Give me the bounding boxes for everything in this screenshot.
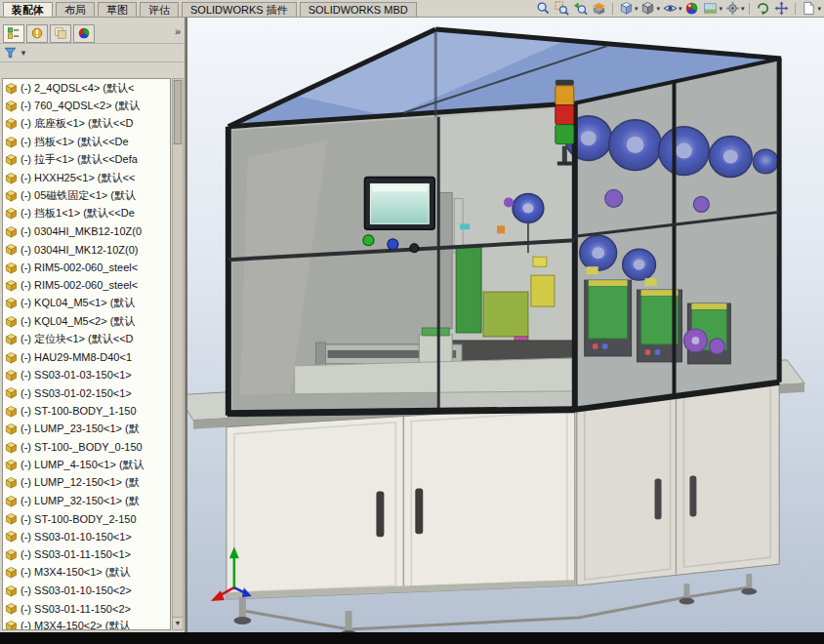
command-tab-5[interactable]: SOLIDWORKS 插件 bbox=[182, 2, 297, 17]
hide-show-items-icon[interactable] bbox=[662, 1, 679, 16]
filter-funnel-icon[interactable] bbox=[4, 47, 17, 59]
part-icon bbox=[5, 351, 18, 364]
tree-item[interactable]: (-) HXXH25<1> (默认<< bbox=[3, 169, 170, 186]
tree-item-label: (-) 底座板<1> (默认<<D bbox=[21, 116, 134, 131]
pan-icon[interactable] bbox=[773, 1, 790, 16]
tree-item-label: (-) LUMP_12-150<1> (默 bbox=[21, 475, 140, 490]
tree-item[interactable]: (-) RIM5-002-060_steel< bbox=[3, 276, 170, 294]
edit-appearance-icon[interactable] bbox=[683, 1, 700, 16]
tree-item[interactable]: (-) SS03-01-10-150<2> bbox=[3, 582, 170, 599]
part-icon bbox=[5, 369, 18, 382]
tree-item[interactable]: (-) LUMP_12-150<1> (默 bbox=[3, 474, 170, 492]
tree-item[interactable]: (-) 2_4QDSL<4> (默认< bbox=[3, 79, 170, 97]
dropdown-caret-icon[interactable]: ▾ bbox=[719, 1, 722, 16]
graphics-area[interactable] bbox=[186, 18, 824, 632]
tree-item[interactable]: (-) KQL04_M5<2> (默认 bbox=[3, 312, 170, 330]
part-icon bbox=[5, 530, 18, 543]
tree-item[interactable]: (-) KQL04_M5<1> (默认 bbox=[3, 295, 170, 312]
panel-overflow-chevron[interactable]: » bbox=[175, 25, 181, 37]
part-icon bbox=[5, 386, 18, 399]
tree-item[interactable]: (-) M3X4-150<2> (默认 bbox=[3, 618, 170, 630]
part-icon bbox=[5, 315, 18, 328]
display-style-icon[interactable] bbox=[639, 1, 656, 16]
tree-item[interactable]: (-) RIM5-002-060_steel< bbox=[3, 259, 170, 276]
previous-view-icon[interactable] bbox=[572, 1, 589, 16]
tree-item-label: (-) LUMP_4-150<1> (默认 bbox=[21, 458, 144, 472]
tree-item-label: (-) 定位块<1> (默认<<D bbox=[21, 332, 134, 346]
featuremanager-tree-icon[interactable] bbox=[3, 24, 24, 43]
tree-item[interactable]: (-) 0304HI_MKB12-10Z(0 bbox=[3, 222, 170, 240]
tree-item[interactable]: (-) SS03-01-02-150<1> bbox=[3, 384, 170, 402]
zoom-area-icon[interactable] bbox=[554, 1, 570, 16]
command-tab-4[interactable]: 评估 bbox=[140, 2, 179, 17]
rotate-view-icon[interactable] bbox=[755, 1, 771, 16]
part-icon bbox=[5, 82, 18, 95]
part-icon bbox=[5, 189, 18, 202]
tree-item[interactable]: (-) M3X4-150<1> (默认 bbox=[3, 564, 170, 582]
tree-item[interactable]: (-) HAU29-MM8-D40<1 bbox=[3, 348, 170, 366]
dropdown-caret-icon[interactable]: ▾ bbox=[817, 1, 821, 16]
tree-item[interactable]: (-) 定位块<1> (默认<<D bbox=[3, 330, 170, 347]
tree-scrollbar[interactable]: ▼ bbox=[172, 78, 184, 630]
tree-item[interactable]: (-) 挡板<1> (默认<<De bbox=[3, 133, 170, 150]
tree-item[interactable]: (-) SS03-01-10-150<1> bbox=[3, 528, 170, 545]
part-icon bbox=[5, 117, 18, 130]
command-tab-2[interactable]: 布局 bbox=[56, 2, 95, 17]
scrollbar-down-icon[interactable]: ▼ bbox=[173, 617, 183, 629]
tree-item-label: (-) 0304HI_MK12-10Z(0) bbox=[21, 244, 138, 256]
tree-item[interactable]: (-) 底座板<1> (默认<<D bbox=[3, 115, 170, 133]
tree-item-label: (-) LUMP_23-150<1> (默 bbox=[21, 422, 140, 436]
tree-item[interactable]: (-) SS03-01-11-150<1> bbox=[3, 545, 170, 563]
tree-item-label: (-) HAU29-MM8-D40<1 bbox=[21, 351, 132, 363]
tree-item[interactable]: (-) 拉手<1> (默认<<Defa bbox=[3, 151, 170, 169]
tree-item-label: (-) SS03-01-10-150<1> bbox=[21, 531, 132, 543]
command-tab-6[interactable]: SOLIDWORKS MBD bbox=[300, 2, 417, 17]
tree-item-label: (-) 760_4QDSL<2> (默认 bbox=[21, 99, 140, 113]
tree-item[interactable]: (-) ST-100-BODY_1-150 bbox=[3, 402, 170, 420]
command-tab-3[interactable]: 草图 bbox=[98, 2, 137, 17]
part-icon bbox=[5, 548, 18, 561]
tree-item[interactable]: (-) LUMP_23-150<1> (默 bbox=[3, 420, 170, 437]
command-tabs: 装配体布局草图评估SOLIDWORKS 插件SOLIDWORKS MBD bbox=[0, 2, 417, 17]
tree-item[interactable]: (-) 760_4QDSL<2> (默认 bbox=[3, 97, 170, 114]
displaymanager-icon[interactable] bbox=[73, 24, 95, 43]
part-icon bbox=[5, 584, 18, 597]
part-icon bbox=[5, 441, 18, 454]
dropdown-caret-icon[interactable]: ▾ bbox=[656, 1, 660, 16]
tree-item-label: (-) SS03-01-11-150<1> bbox=[21, 548, 131, 560]
part-icon bbox=[5, 495, 18, 507]
dropdown-caret-icon[interactable]: ▾ bbox=[635, 1, 639, 16]
tree-item[interactable]: (-) SS03-01-11-150<2> bbox=[3, 599, 170, 617]
propertymanager-icon[interactable] bbox=[26, 24, 48, 43]
apply-scene-icon[interactable] bbox=[702, 1, 719, 16]
command-tab-1[interactable]: 装配体 bbox=[3, 2, 53, 17]
filter-dropdown-icon[interactable]: ▼ bbox=[20, 49, 27, 58]
tree-item-label: (-) ST-100-BODY_1-150 bbox=[21, 405, 137, 417]
tree-item[interactable]: (-) SS03-01-03-150<1> bbox=[3, 366, 170, 383]
tree-item[interactable]: (-) 0304HI_MK12-10Z(0) bbox=[3, 241, 170, 259]
3d-viewport-canvas[interactable] bbox=[187, 18, 824, 632]
tree-item-label: (-) 0304HI_MKB12-10Z(0 bbox=[21, 225, 142, 237]
tree-filter-bar: ▼ bbox=[0, 44, 185, 62]
solidworks-window: { "command_tabs": [ {"label": "装配体", "ac… bbox=[0, 0, 824, 644]
view-settings-icon[interactable] bbox=[724, 1, 741, 16]
tree-item-label: (-) LUMP_32-150<1> (默 bbox=[21, 494, 140, 508]
part-icon bbox=[5, 153, 18, 166]
configurationmanager-icon[interactable] bbox=[50, 24, 71, 43]
tree-item[interactable]: (-) ST-100-_BODY_0-150 bbox=[3, 438, 170, 456]
feature-tree: (-) 2_4QDSL<4> (默认< (-) 760_4QDSL<2> (默认… bbox=[2, 78, 171, 630]
tree-item[interactable]: (-) 挡板1<1> (默认<<De bbox=[3, 205, 170, 222]
dropdown-caret-icon[interactable]: ▾ bbox=[679, 1, 682, 16]
black-bottom-bar bbox=[0, 632, 824, 644]
tree-item[interactable]: (-) ST-100-BODY_2-150 bbox=[3, 509, 170, 527]
scrollbar-thumb[interactable] bbox=[174, 80, 182, 144]
tree-item[interactable]: (-) 05磁铁固定<1> (默认 bbox=[3, 186, 170, 204]
zoom-fit-icon[interactable] bbox=[535, 1, 552, 16]
tree-item[interactable]: (-) LUMP_32-150<1> (默 bbox=[3, 492, 170, 509]
document-properties-icon[interactable] bbox=[801, 1, 817, 16]
section-view-icon[interactable] bbox=[591, 1, 607, 16]
tree-item[interactable]: (-) LUMP_4-150<1> (默认 bbox=[3, 456, 170, 473]
view-orientation-icon[interactable] bbox=[618, 1, 635, 16]
dropdown-caret-icon[interactable]: ▾ bbox=[741, 1, 745, 16]
part-icon bbox=[5, 279, 18, 292]
